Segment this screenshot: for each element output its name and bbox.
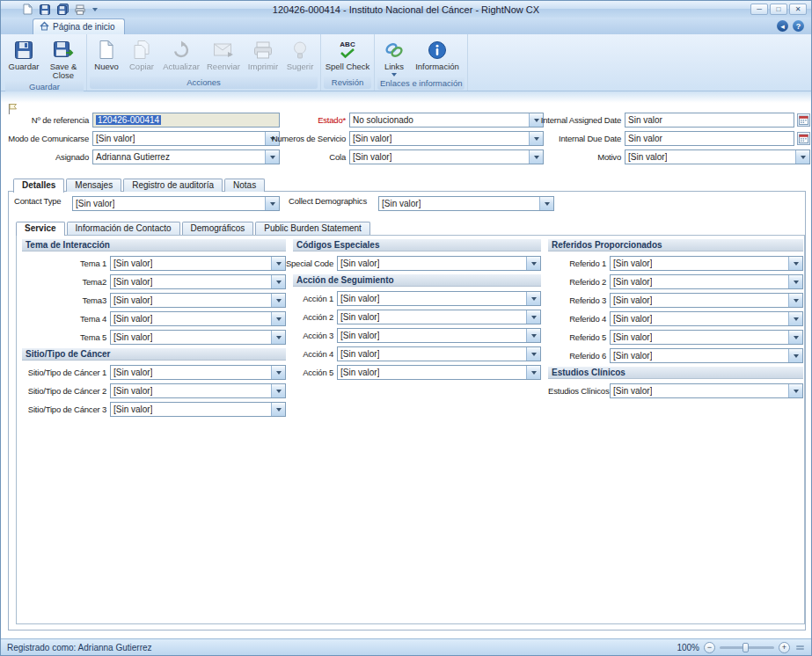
save-all-icon[interactable] [55,3,69,16]
zoom-out-button[interactable]: − [704,642,715,653]
dropdown-arrow-icon[interactable] [526,310,540,324]
close-button[interactable]: ✕ [789,4,807,15]
copiar-button[interactable]: Copiar [124,36,159,76]
dropdown-arrow-icon[interactable] [788,294,802,307]
print-icon[interactable] [73,3,87,16]
save-icon[interactable] [38,3,52,16]
guardar-button[interactable]: Guardar [5,36,42,80]
field-label: Numeros de Servicio [265,134,346,143]
navigation-icon[interactable]: ◂ [777,20,788,32]
accion-1-select[interactable]: [Sin valor] [337,291,541,306]
tab-detalles[interactable]: Detalles [13,179,64,193]
sitio-tipo-cancer-3-select[interactable]: [Sin valor] [110,402,286,417]
links-icon [384,38,405,62]
links-button[interactable]: Links [377,36,411,77]
contact-type-select[interactable]: [Sin valor] [72,196,280,211]
ribbon-shadow [1,91,811,103]
dropdown-arrow-icon[interactable] [526,329,540,342]
resize-grip-icon[interactable] [796,645,804,650]
referido-5-select[interactable]: [Sin valor] [610,330,803,345]
tema-1-select[interactable]: [Sin valor] [110,256,286,271]
dropdown-arrow-icon[interactable] [526,366,540,379]
collect-demographics-select[interactable]: [Sin valor] [378,196,554,211]
tab-notas[interactable]: Notas [224,179,265,192]
dropdown-arrow-icon[interactable] [788,384,802,397]
actualizar-button[interactable]: Actualizar [160,36,202,76]
maximize-button[interactable]: □ [770,4,787,15]
nuevo-button[interactable]: Nuevo [90,36,123,76]
selected-value: Adrianna Gutierrez [96,152,170,162]
referido-4-select[interactable]: [Sin valor] [610,311,803,326]
accion-3-select[interactable]: [Sin valor] [337,328,541,343]
dropdown-arrow-icon[interactable] [265,197,279,210]
field-value: Sin valor [628,115,662,125]
column-referidos-estudios: Referidos Proporcionados Referido 1 [Sin… [548,239,803,402]
tab-registro-de-auditoria[interactable]: Registro de auditoría [123,179,223,192]
quick-access-toolbar [20,3,98,16]
links-dropdown-icon[interactable] [391,73,397,77]
statusbar: Registrado como: Adrianna Gutierrez 100%… [1,638,811,655]
dropdown-arrow-icon[interactable] [795,150,809,164]
modo-de-comunicarse-select[interactable]: [Sin valor] [92,131,280,146]
zoom-slider[interactable] [720,646,774,649]
tab-public-burden-statement[interactable]: Public Burden Statement [255,222,370,235]
reference-number-field[interactable]: 120426-000414 [92,113,280,128]
motivo-select[interactable]: [Sin valor] [625,149,810,164]
dropdown-arrow-icon[interactable] [526,347,540,361]
tema-2-select[interactable]: [Sin valor] [110,274,286,289]
calendar-icon[interactable] [797,132,810,145]
dropdown-arrow-icon[interactable] [788,257,802,270]
informacion-button[interactable]: Información [412,36,463,77]
referido-3-select[interactable]: [Sin valor] [610,293,803,308]
tab-demograficos[interactable]: Demográficos [182,222,254,235]
quick-access-dropdown-icon[interactable] [92,8,98,11]
tab-service[interactable]: Service [16,222,65,236]
internal-due-date-field[interactable]: Sin valor [625,131,794,146]
special-code-select[interactable]: [Sin valor] [337,256,541,271]
accion-5-select[interactable]: [Sin valor] [337,365,541,380]
tab-informacion-de-contacto[interactable]: Información de Contacto [67,222,180,235]
zoom-slider-thumb[interactable] [743,643,749,652]
estudios-clinicos-select[interactable]: [Sin valor] [610,383,803,398]
tema-3-select[interactable]: [Sin valor] [110,293,286,308]
estado-select[interactable]: No solucionado [349,113,544,128]
dropdown-arrow-icon[interactable] [788,275,802,288]
tema-4-select[interactable]: [Sin valor] [110,311,286,326]
calendar-icon[interactable] [797,113,810,127]
sitio-tipo-cancer-1-select[interactable]: [Sin valor] [110,365,286,380]
new-document-icon[interactable] [20,3,34,16]
tab-pagina-de-inicio[interactable]: Página de inicio [33,18,125,34]
cola-select[interactable]: [Sin valor] [349,149,544,164]
referido-1-select[interactable]: [Sin valor] [610,256,803,271]
dropdown-arrow-icon[interactable] [271,403,285,416]
referido-2-select[interactable]: [Sin valor] [610,274,803,289]
numeros-de-servicio-select[interactable]: [Sin valor] [349,131,544,146]
tab-mensajes[interactable]: Mensajes [66,179,121,192]
dropdown-arrow-icon[interactable] [788,312,802,325]
asignado-select[interactable]: Adrianna Gutierrez [92,149,280,164]
minimize-button[interactable]: ─ [750,4,768,15]
field-label: Acción 1 [279,294,333,303]
dropdown-arrow-icon[interactable] [526,292,540,305]
sitio-tipo-cancer-2-select[interactable]: [Sin valor] [110,383,286,398]
tema-5-select[interactable]: [Sin valor] [110,330,286,345]
referido-6-select[interactable]: [Sin valor] [610,348,803,363]
dropdown-arrow-icon[interactable] [788,349,802,362]
field-value: Sin valor [628,134,662,143]
save-and-close-button[interactable]: Save & Close [43,36,84,80]
dropdown-arrow-icon[interactable] [788,331,802,344]
spell-check-button[interactable]: ABC Spell Check [324,36,371,76]
internal-assigned-date-field[interactable]: Sin valor [625,113,794,128]
refresh-icon [172,38,191,62]
help-icon[interactable]: ? [793,20,804,32]
accion-2-select[interactable]: [Sin valor] [337,310,541,324]
accion-4-select[interactable]: [Sin valor] [337,346,541,361]
zoom-in-button[interactable]: + [779,642,790,653]
imprimir-button[interactable]: Imprimir [245,36,282,76]
dropdown-arrow-icon[interactable] [271,384,285,397]
selected-value: [Sin valor] [628,152,667,162]
reenviar-button[interactable]: Reenviar [203,36,244,76]
sugerir-button[interactable]: Sugerir [282,36,318,76]
dropdown-arrow-icon[interactable] [539,197,553,210]
dropdown-arrow-icon[interactable] [526,257,540,270]
